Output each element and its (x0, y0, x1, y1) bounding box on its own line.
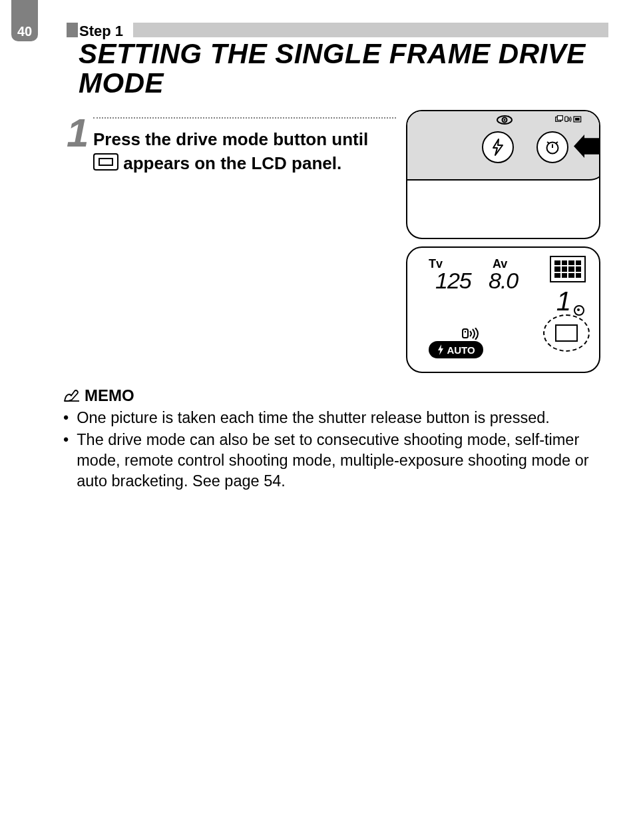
lcd-flash-auto-label: AUTO (447, 344, 475, 356)
step-instruction-before: Press the drive mode button until (93, 129, 368, 149)
step-instruction-after: appears on the LCD panel. (123, 153, 341, 173)
flash-bolt-icon (437, 344, 445, 355)
page-title: SETTING THE SINGLE FRAME DRIVE MODE (79, 39, 615, 98)
page-tab-stem (11, 0, 38, 21)
lcd-tv-value: 125 (435, 268, 471, 294)
self-timer-icon (544, 139, 560, 155)
svg-rect-5 (565, 117, 568, 121)
lcd-af-area-icon (550, 256, 586, 282)
camera-top-illustration (406, 110, 600, 239)
memo-heading: MEMO (63, 386, 134, 405)
hand-writing-icon (63, 389, 81, 402)
manual-page: 40 Step 1 SETTING THE SINGLE FRAME DRIVE… (0, 0, 635, 840)
svg-rect-10 (463, 329, 468, 338)
bullet-icon: • (63, 430, 69, 492)
redeye-icon (497, 115, 513, 125)
flash-icon (491, 139, 505, 156)
svg-point-2 (504, 119, 506, 121)
bullet-icon: • (63, 408, 69, 428)
drive-mode-icons (555, 114, 582, 125)
flash-button (482, 131, 514, 163)
memo-item: • The drive mode can also be set to cons… (63, 430, 608, 492)
header-accent-bar (67, 23, 78, 37)
lcd-frame-count: 1 (556, 286, 571, 316)
lcd-focus-dot-icon (574, 305, 584, 316)
svg-rect-7 (575, 118, 580, 121)
lcd-panel-illustration: Tv Av 125 8.0 1 AUTO (406, 246, 600, 373)
header-rule (133, 23, 608, 37)
drive-mode-button (536, 131, 568, 163)
step-instruction: Press the drive mode button until appear… (93, 128, 393, 176)
step-number: 1 (67, 110, 89, 156)
page-number-tab: 40 (11, 21, 38, 41)
dotted-leader (93, 117, 396, 119)
memo-text: One picture is taken each time the shutt… (77, 408, 550, 428)
svg-rect-4 (557, 116, 562, 121)
single-frame-icon (93, 153, 118, 171)
lcd-av-value: 8.0 (489, 268, 518, 294)
lcd-flash-auto-badge: AUTO (429, 341, 483, 358)
lcd-remote-icon (462, 328, 482, 340)
memo-label: MEMO (85, 386, 134, 405)
memo-text: The drive mode can also be set to consec… (77, 430, 608, 492)
memo-item: • One picture is taken each time the shu… (63, 408, 608, 428)
svg-point-11 (465, 331, 466, 332)
memo-list: • One picture is taken each time the shu… (63, 408, 608, 493)
lcd-single-frame-icon (555, 324, 578, 342)
